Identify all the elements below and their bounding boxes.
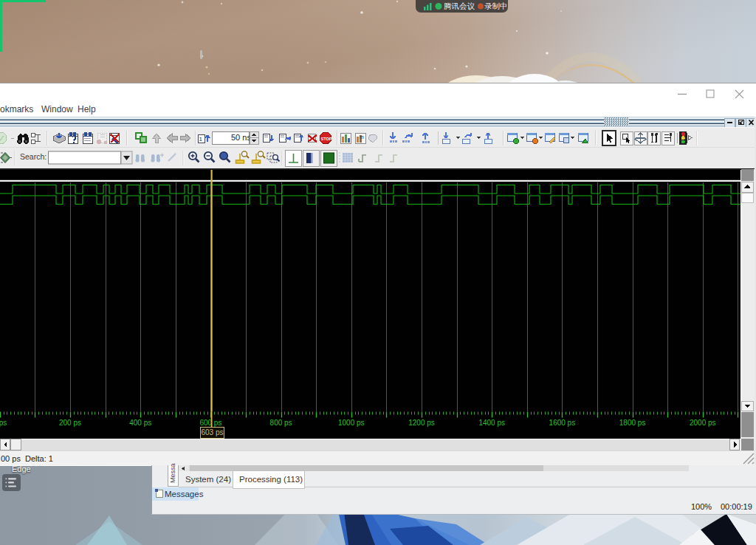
svg-text:Search:: Search: bbox=[20, 152, 47, 161]
svg-text:0 ps: 0 ps bbox=[0, 419, 7, 427]
svg-text:1400 ps: 1400 ps bbox=[478, 419, 505, 427]
svg-text:200 ps: 200 ps bbox=[59, 419, 81, 427]
svg-text:1600 ps: 1600 ps bbox=[549, 419, 576, 427]
svg-text:STOP: STOP bbox=[321, 137, 332, 141]
svg-text:1800 ps: 1800 ps bbox=[619, 419, 646, 427]
svg-text:1: 1 bbox=[199, 136, 203, 143]
svg-text:2000 ps: 2000 ps bbox=[690, 419, 716, 427]
svg-text:1000 ps: 1000 ps bbox=[338, 419, 365, 427]
svg-text:400 ps: 400 ps bbox=[129, 419, 151, 427]
svg-text:50 ns: 50 ns bbox=[231, 133, 251, 142]
svg-text:m: m bbox=[360, 134, 364, 140]
svg-text:800 ps: 800 ps bbox=[270, 419, 292, 427]
svg-text:600 ps: 600 ps bbox=[199, 419, 221, 427]
svg-text:1200 ps: 1200 ps bbox=[408, 419, 435, 427]
